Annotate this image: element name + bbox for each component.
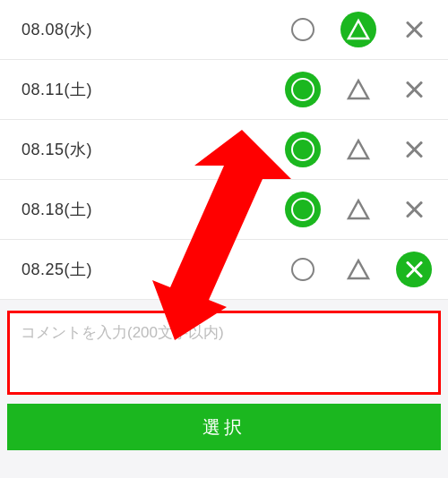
- option-triangle[interactable]: [340, 72, 376, 107]
- option-x[interactable]: [396, 252, 432, 287]
- triangle-icon: [346, 198, 371, 221]
- circle-icon: [291, 78, 314, 101]
- x-icon: [404, 260, 424, 279]
- option-triangle[interactable]: [340, 12, 376, 47]
- select-button[interactable]: 選択: [7, 404, 441, 450]
- date-label: 08.15(水): [22, 139, 285, 160]
- option-x[interactable]: [396, 192, 432, 227]
- option-triangle[interactable]: [340, 132, 376, 167]
- option-x[interactable]: [396, 12, 432, 47]
- x-icon: [404, 20, 424, 39]
- date-list: 08.08(水) 08.11(土) 08.15(水): [0, 0, 448, 300]
- option-circle[interactable]: [285, 252, 321, 287]
- date-label: 08.18(土): [22, 199, 285, 220]
- option-triangle[interactable]: [340, 192, 376, 227]
- x-icon: [404, 200, 424, 219]
- options-group: [285, 132, 432, 167]
- option-triangle[interactable]: [340, 252, 376, 287]
- options-group: [285, 72, 432, 107]
- triangle-icon: [346, 258, 371, 281]
- option-x[interactable]: [396, 72, 432, 107]
- select-button-label: 選択: [202, 415, 246, 440]
- date-row: 08.18(土): [0, 180, 448, 240]
- circle-icon: [291, 198, 314, 221]
- date-row: 08.25(土): [0, 240, 448, 300]
- option-circle[interactable]: [285, 192, 321, 227]
- circle-icon: [291, 18, 314, 41]
- date-label: 08.11(土): [22, 79, 285, 100]
- option-circle[interactable]: [285, 12, 321, 47]
- circle-icon: [291, 258, 314, 281]
- triangle-icon: [346, 18, 371, 41]
- option-x[interactable]: [396, 132, 432, 167]
- circle-icon: [291, 138, 314, 161]
- options-group: [285, 192, 432, 227]
- triangle-icon: [346, 78, 371, 101]
- x-icon: [404, 80, 424, 99]
- options-group: [285, 252, 432, 287]
- options-group: [285, 12, 432, 47]
- date-label: 08.08(水): [22, 19, 285, 40]
- option-circle[interactable]: [285, 72, 321, 107]
- date-row: 08.08(水): [0, 0, 448, 60]
- x-icon: [404, 140, 424, 159]
- comment-box: [7, 311, 441, 395]
- option-circle[interactable]: [285, 132, 321, 167]
- date-row: 08.11(土): [0, 60, 448, 120]
- comment-input[interactable]: [21, 322, 427, 383]
- triangle-icon: [346, 138, 371, 161]
- date-label: 08.25(土): [22, 259, 285, 280]
- date-row: 08.15(水): [0, 120, 448, 180]
